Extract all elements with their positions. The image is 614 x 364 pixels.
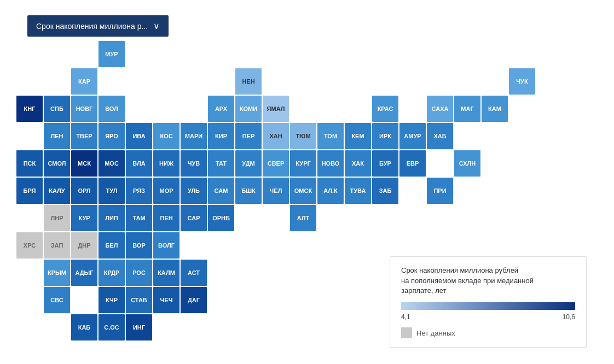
map-cell[interactable]	[71, 41, 97, 67]
map-cell[interactable]	[536, 232, 563, 259]
map-cell[interactable]	[536, 178, 563, 204]
map-cell[interactable]: НИЖ	[153, 150, 179, 177]
map-cell[interactable]: КАЛМ	[153, 260, 179, 286]
map-cell[interactable]	[399, 178, 426, 204]
map-cell[interactable]: АМУР	[399, 123, 426, 149]
map-cell[interactable]	[454, 205, 480, 231]
map-cell[interactable]: ЗАБ	[372, 178, 398, 204]
map-cell[interactable]: МАГ	[454, 96, 480, 122]
map-cell[interactable]: КУР	[71, 205, 97, 231]
map-cell[interactable]: МСК	[71, 150, 97, 177]
map-cell[interactable]	[536, 41, 563, 67]
map-cell[interactable]: ЧУВ	[181, 150, 207, 177]
map-cell[interactable]	[482, 150, 508, 177]
map-cell[interactable]: АСТ	[181, 260, 207, 286]
map-cell[interactable]	[509, 123, 535, 149]
map-cell[interactable]	[345, 96, 371, 122]
map-cell[interactable]: ВОР	[126, 232, 152, 259]
map-cell[interactable]: АЛ.К	[317, 178, 344, 204]
map-cell[interactable]: СМОЛ	[44, 150, 70, 177]
map-cell[interactable]: БШК	[235, 178, 262, 204]
map-cell[interactable]	[454, 123, 480, 149]
map-cell[interactable]	[44, 68, 70, 95]
map-cell[interactable]	[153, 68, 179, 95]
map-cell[interactable]: ПЕР	[235, 123, 262, 149]
map-cell[interactable]	[427, 205, 453, 231]
map-cell[interactable]: ХАК	[345, 150, 371, 177]
map-cell[interactable]: САР	[181, 205, 207, 231]
map-cell[interactable]	[208, 232, 234, 259]
map-cell[interactable]	[208, 287, 234, 313]
map-cell[interactable]	[345, 41, 371, 67]
map-cell[interactable]: КРДР	[99, 260, 125, 286]
map-cell[interactable]	[536, 150, 563, 177]
map-cell[interactable]	[126, 96, 152, 122]
map-cell[interactable]	[317, 260, 344, 286]
map-cell[interactable]: ЧУК	[509, 68, 535, 95]
map-cell[interactable]: КАР	[71, 68, 97, 95]
map-cell[interactable]	[536, 123, 563, 149]
map-cell[interactable]: НЕН	[235, 68, 262, 95]
map-cell[interactable]	[290, 68, 316, 95]
map-cell[interactable]: СТАВ	[126, 287, 152, 313]
map-cell[interactable]	[427, 68, 453, 95]
map-cell[interactable]: КАЛУ	[44, 178, 70, 204]
map-cell[interactable]	[290, 314, 316, 340]
map-cell[interactable]	[235, 232, 262, 259]
map-cell[interactable]: НОВО	[317, 150, 344, 177]
map-cell[interactable]	[427, 41, 453, 67]
map-cell[interactable]	[482, 178, 508, 204]
map-cell[interactable]	[290, 232, 316, 259]
map-cell[interactable]	[564, 41, 590, 67]
map-cell[interactable]: КОМИ	[235, 96, 262, 122]
map-cell[interactable]	[399, 232, 426, 259]
map-cell[interactable]	[290, 260, 316, 286]
map-cell[interactable]: ИВА	[126, 123, 152, 149]
map-cell[interactable]	[317, 68, 344, 95]
map-cell[interactable]	[263, 205, 289, 231]
map-cell[interactable]	[345, 314, 371, 340]
map-cell[interactable]	[345, 68, 371, 95]
map-cell[interactable]: КЧР	[99, 287, 125, 313]
map-cell[interactable]	[482, 205, 508, 231]
map-cell[interactable]	[345, 260, 371, 286]
map-cell[interactable]: КЕМ	[345, 123, 371, 149]
map-cell[interactable]: ЗАП	[44, 232, 70, 259]
map-cell[interactable]	[44, 314, 70, 340]
map-cell[interactable]: ХРС	[16, 232, 43, 259]
map-cell[interactable]	[153, 41, 179, 67]
map-cell[interactable]	[345, 232, 371, 259]
map-cell[interactable]: ХАН	[263, 123, 289, 149]
map-cell[interactable]	[536, 205, 563, 231]
map-cell[interactable]: БРЯ	[16, 178, 43, 204]
map-cell[interactable]	[290, 287, 316, 313]
map-cell[interactable]	[263, 41, 289, 67]
map-cell[interactable]: МУР	[99, 41, 125, 67]
map-cell[interactable]	[536, 96, 563, 122]
map-cell[interactable]	[317, 314, 344, 340]
map-cell[interactable]	[372, 68, 398, 95]
map-cell[interactable]	[454, 41, 480, 67]
map-cell[interactable]: ТУЛ	[99, 178, 125, 204]
map-cell[interactable]: ИНГ	[126, 314, 152, 340]
map-cell[interactable]	[509, 41, 535, 67]
map-cell[interactable]	[16, 260, 43, 286]
map-cell[interactable]	[345, 205, 371, 231]
map-cell[interactable]: ЯРО	[99, 123, 125, 149]
map-cell[interactable]	[16, 287, 43, 313]
map-cell[interactable]	[317, 287, 344, 313]
map-cell[interactable]	[509, 232, 535, 259]
map-cell[interactable]	[235, 314, 262, 340]
dropdown-button[interactable]: Срок накопления миллиона р... ∨	[27, 15, 169, 37]
map-cell[interactable]	[153, 96, 179, 122]
map-cell[interactable]	[99, 68, 125, 95]
map-cell[interactable]: ЧЕЛ	[263, 178, 289, 204]
map-cell[interactable]: САМ	[208, 178, 234, 204]
map-cell[interactable]	[16, 41, 43, 67]
map-cell[interactable]: АДЫГ	[71, 260, 97, 286]
map-cell[interactable]: КАМ	[482, 96, 508, 122]
map-cell[interactable]: ИРК	[372, 123, 398, 149]
map-cell[interactable]: ПСК	[16, 150, 43, 177]
map-cell[interactable]	[427, 232, 453, 259]
map-cell[interactable]: ВЛА	[126, 150, 152, 177]
